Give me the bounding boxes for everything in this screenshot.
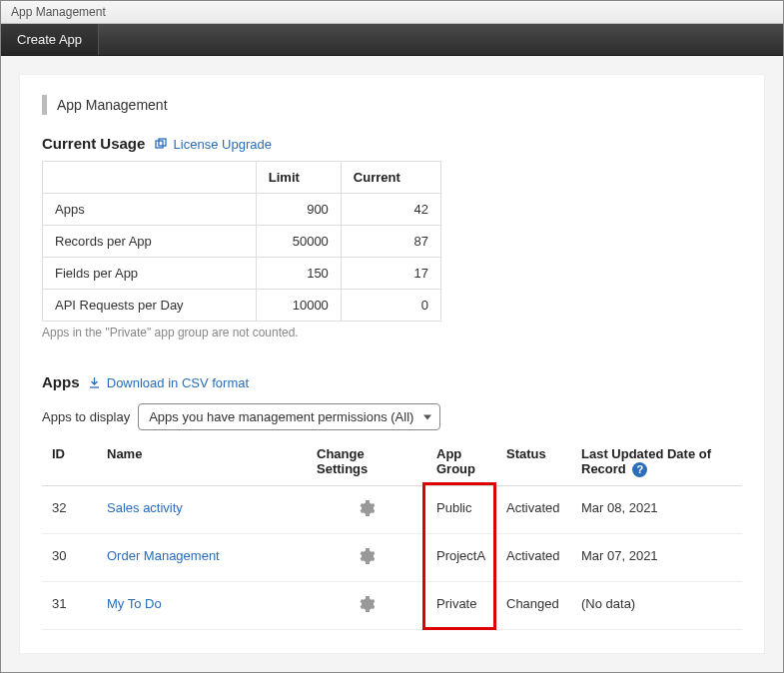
window-title: App Management — [11, 5, 106, 19]
create-app-button[interactable]: Create App — [1, 24, 99, 55]
app-id: 31 — [42, 582, 97, 630]
app-last-updated: Mar 07, 2021 — [571, 534, 742, 582]
apps-col-status: Status — [496, 438, 571, 486]
download-icon — [89, 376, 100, 391]
app-id: 32 — [42, 486, 97, 534]
app-group: ProjectA — [426, 534, 496, 582]
usage-row: Fields per App 150 17 — [43, 258, 441, 290]
usage-section-title: Current Usage — [42, 135, 145, 152]
apps-col-app-group: App Group — [426, 438, 496, 486]
usage-row: Records per App 50000 87 — [43, 226, 441, 258]
gear-icon — [359, 596, 375, 612]
usage-row-current: 87 — [341, 226, 440, 258]
change-settings-button[interactable] — [359, 500, 375, 516]
apps-col-name: Name — [97, 438, 307, 486]
app-window: App Management Create App App Management… — [0, 0, 784, 673]
change-settings-button[interactable] — [359, 596, 375, 612]
apps-filter-selected: Apps you have management permissions (Al… — [149, 409, 413, 424]
gear-icon — [359, 548, 375, 564]
usage-row-label: Fields per App — [43, 258, 257, 290]
usage-row-label: Apps — [43, 194, 257, 226]
app-name-link[interactable]: My To Do — [107, 596, 162, 611]
download-csv-label: Download in CSV format — [107, 375, 249, 390]
usage-row-label: Records per App — [43, 226, 257, 258]
apps-header: Apps Download in CSV format — [42, 373, 742, 391]
apps-filter-label: Apps to display — [42, 409, 130, 424]
app-name-link[interactable]: Order Management — [107, 548, 220, 563]
usage-row-label: API Requests per Day — [43, 290, 257, 322]
usage-row-limit: 50000 — [256, 226, 341, 258]
app-last-updated: Mar 08, 2021 — [571, 486, 742, 534]
usage-row-current: 0 — [341, 290, 440, 322]
apps-col-id: ID — [42, 438, 97, 486]
table-row: 30 Order Management ProjectA Activated M… — [42, 534, 742, 582]
apps-section-title: Apps — [42, 373, 80, 390]
usage-row-limit: 10000 — [256, 290, 341, 322]
content-area: App Management Current Usage License Upg… — [19, 74, 765, 654]
table-row: 31 My To Do Private Changed (No data) — [42, 582, 742, 630]
usage-col-current: Current — [341, 162, 440, 194]
apps-col-last-updated: Last Updated Date of Record ? — [571, 438, 742, 486]
app-status: Changed — [496, 582, 571, 630]
app-status: Activated — [496, 486, 571, 534]
change-settings-button[interactable] — [359, 548, 375, 564]
app-group: Private — [426, 582, 496, 630]
window-titlebar: App Management — [1, 1, 783, 24]
create-app-label: Create App — [17, 32, 82, 47]
apps-table: ID Name Change Settings App Group Status… — [42, 438, 742, 630]
gear-icon — [359, 500, 375, 516]
usage-table: Limit Current Apps 900 42 Records per Ap… — [42, 161, 441, 322]
usage-row-limit: 900 — [256, 194, 341, 226]
app-id: 30 — [42, 534, 97, 582]
popup-icon — [155, 138, 167, 153]
usage-row: API Requests per Day 10000 0 — [43, 290, 441, 322]
license-upgrade-label: License Upgrade — [174, 137, 272, 152]
apps-table-wrap: ID Name Change Settings App Group Status… — [42, 438, 742, 630]
apps-filter-row: Apps to display Apps you have management… — [42, 403, 742, 430]
usage-row: Apps 900 42 — [43, 194, 441, 226]
usage-row-limit: 150 — [256, 258, 341, 290]
help-icon[interactable]: ? — [632, 462, 647, 477]
usage-row-current: 42 — [341, 194, 440, 226]
main-toolbar: Create App — [1, 24, 783, 56]
usage-note: Apps in the "Private" app group are not … — [42, 326, 742, 339]
app-name-link[interactable]: Sales activity — [107, 500, 183, 515]
usage-row-current: 17 — [341, 258, 440, 290]
apps-filter-select[interactable]: Apps you have management permissions (Al… — [138, 403, 440, 430]
download-csv-link[interactable]: Download in CSV format — [89, 375, 249, 390]
apps-col-change-settings: Change Settings — [307, 438, 426, 486]
app-last-updated: (No data) — [571, 582, 742, 630]
usage-col-limit: Limit — [256, 162, 341, 194]
table-row: 32 Sales activity Public Activated Mar 0… — [42, 486, 742, 534]
usage-header: Current Usage License Upgrade — [42, 135, 742, 153]
app-group: Public — [426, 486, 496, 534]
app-status: Activated — [496, 534, 571, 582]
page-title: App Management — [42, 95, 742, 115]
apps-section: Apps Download in CSV format Apps to disp… — [42, 373, 742, 630]
license-upgrade-link[interactable]: License Upgrade — [155, 137, 272, 152]
